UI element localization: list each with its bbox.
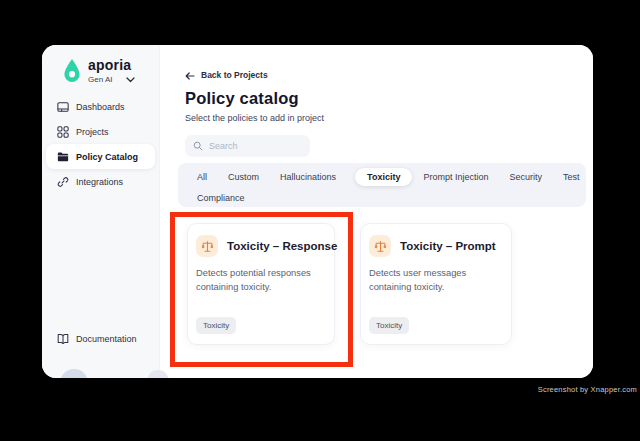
back-arrow-icon bbox=[185, 66, 195, 84]
tab-all[interactable]: All bbox=[197, 168, 207, 186]
tab-prompt-injection[interactable]: Prompt Injection bbox=[423, 168, 488, 186]
workspace-label: Gen AI bbox=[88, 75, 112, 84]
scales-icon bbox=[369, 235, 391, 257]
policy-card-tag: Toxicity bbox=[369, 317, 409, 334]
aporia-logo-drop-icon bbox=[62, 58, 82, 88]
sidebar-item-integrations[interactable]: Integrations bbox=[46, 169, 155, 194]
sidebar: aporia Gen AI Dashboards bbox=[42, 45, 160, 378]
sidebar-nav: Dashboards Projects Policy Catalog Integ… bbox=[46, 94, 155, 194]
sidebar-item-dashboards[interactable]: Dashboards bbox=[46, 94, 155, 119]
page-title: Policy catalog bbox=[185, 89, 299, 108]
book-icon bbox=[57, 333, 69, 345]
chevron-down-icon[interactable] bbox=[126, 77, 135, 83]
brand-name: aporia bbox=[88, 58, 135, 73]
back-link-label: Back to Projects bbox=[201, 70, 268, 80]
sidebar-item-label: Dashboards bbox=[76, 102, 125, 112]
page-subtitle: Select the policies to add in project bbox=[185, 113, 324, 123]
sidebar-item-policy-catalog[interactable]: Policy Catalog bbox=[46, 144, 155, 169]
app-window: aporia Gen AI Dashboards bbox=[42, 45, 593, 378]
policy-card-tag: Toxicity bbox=[196, 317, 236, 334]
link-icon bbox=[57, 176, 69, 188]
tab-toxicity[interactable]: Toxicity bbox=[355, 168, 412, 186]
tab-custom[interactable]: Custom bbox=[228, 168, 259, 186]
search-icon bbox=[193, 137, 203, 155]
sidebar-item-label: Documentation bbox=[76, 334, 137, 344]
policy-card-title: Toxicity – Response bbox=[227, 240, 337, 252]
sidebar-footer: Documentation bbox=[46, 326, 155, 351]
sidebar-item-label: Projects bbox=[76, 127, 109, 137]
search-input[interactable] bbox=[209, 141, 299, 151]
sidebar-item-documentation[interactable]: Documentation bbox=[46, 326, 155, 351]
folder-icon bbox=[57, 151, 69, 163]
search-box[interactable] bbox=[185, 135, 310, 157]
back-to-projects-link[interactable]: Back to Projects bbox=[185, 66, 268, 84]
sidebar-item-label: Policy Catalog bbox=[76, 152, 138, 162]
policy-card-toxicity-response[interactable]: Toxicity – Response Detects potential re… bbox=[187, 223, 335, 345]
watermark-text: Screenshot by Xnapper.com bbox=[538, 385, 637, 394]
tab-security[interactable]: Security bbox=[509, 168, 542, 186]
scales-icon bbox=[196, 235, 218, 257]
main-content: Back to Projects Policy catalog Select t… bbox=[160, 45, 593, 378]
policy-card-description: Detects user messages containing toxicit… bbox=[369, 267, 501, 295]
dashboard-icon bbox=[57, 101, 69, 113]
brand[interactable]: aporia Gen AI bbox=[62, 58, 135, 88]
tab-test[interactable]: Test bbox=[563, 168, 580, 186]
tab-hallucinations[interactable]: Hallucinations bbox=[280, 168, 336, 186]
policy-card-title: Toxicity – Prompt bbox=[400, 240, 496, 252]
policy-card-description: Detects potential responses containing t… bbox=[196, 267, 324, 295]
tab-compliance[interactable]: Compliance bbox=[197, 189, 245, 207]
sidebar-item-projects[interactable]: Projects bbox=[46, 119, 155, 144]
sidebar-item-label: Integrations bbox=[76, 177, 123, 187]
grid-icon bbox=[57, 126, 69, 138]
user-avatar[interactable] bbox=[60, 369, 88, 378]
policy-filter-tabs: All Custom Hallucinations Toxicity Promp… bbox=[178, 163, 586, 207]
policy-card-toxicity-prompt[interactable]: Toxicity – Prompt Detects user messages … bbox=[360, 223, 512, 345]
